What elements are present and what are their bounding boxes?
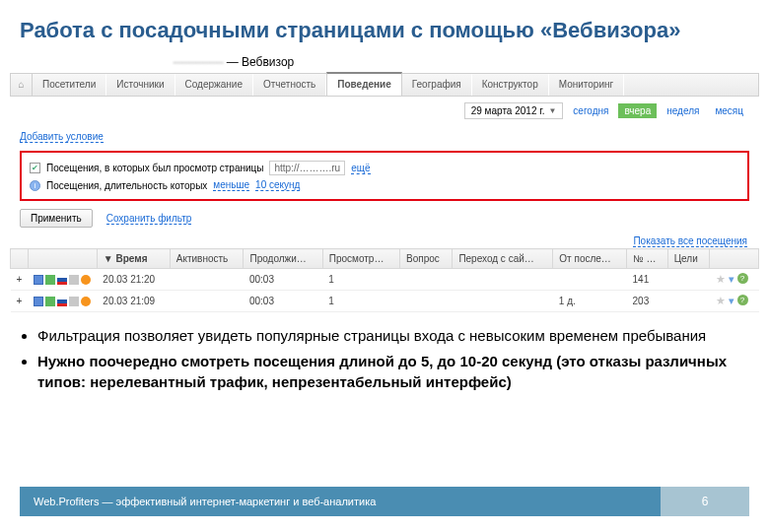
visitor-icons [34,275,91,285]
th-goals[interactable]: Цели [667,249,709,269]
checkbox-icon[interactable]: ✔ [30,163,40,173]
monitor-icon [45,297,55,306]
more-link[interactable]: ещё [351,163,370,174]
funnel-icon[interactable]: ▾ [729,295,734,307]
period-today[interactable]: сегодня [567,103,614,118]
bullet-2: Нужно поочередно смотреть посещения длин… [37,352,732,392]
visits-table: ▼ Время Активность Продолжи… Просмотр… В… [10,248,759,312]
url-input[interactable]: http://……….ru [269,161,345,175]
home-icon[interactable]: ⌂ [11,74,33,96]
op-link[interactable]: меньше [213,179,249,191]
filter-text-1: Посещения, в которых был просмотр страни… [46,163,263,173]
period-week[interactable]: неделя [661,103,705,118]
tab-constructor[interactable]: Конструктор [472,74,549,96]
th-icons[interactable] [28,249,97,269]
funnel-icon[interactable]: ▾ [729,273,734,286]
th-activity[interactable]: Активность [170,249,244,269]
date-picker[interactable]: 29 марта 2012 г. ▼ [464,102,564,119]
th-num[interactable]: № … [627,249,668,269]
tab-geo[interactable]: География [402,74,472,96]
browser2-icon [81,275,91,285]
site-url-blur: ······················ [173,55,223,69]
window-title: ······················ — Вебвизор [10,51,759,73]
th-time[interactable]: ▼ Время [97,249,170,269]
flag-icon [57,297,67,306]
expand-icon[interactable]: + [11,269,29,291]
page-number: 6 [661,487,749,516]
filter-text-2: Посещения, длительность которых [46,180,207,191]
star-icon[interactable]: ★ [716,295,726,307]
slide-title: Работа с посадочными страницами с помощь… [0,0,769,51]
footer: Web.Profiters — эффективный интернет-мар… [20,487,749,516]
filter-box: ✔ Посещения, в которых был просмотр стра… [20,151,749,201]
os-icon [69,297,79,306]
th-views[interactable]: Просмотр… [322,249,399,269]
add-condition-link[interactable]: Добавить условие [20,131,104,143]
date-row: 29 марта 2012 г. ▼ сегодня вчера неделя … [10,97,759,125]
bullet-list: Фильтрация позволяет увидеть популярные … [0,312,769,412]
browser-icon [34,297,43,306]
table-row[interactable]: + 20.03 21:09 00:03 1 1 д. 203 ★ [11,291,759,312]
th-question[interactable]: Вопрос [400,249,453,269]
help-icon[interactable]: ? [737,273,748,284]
tab-sources[interactable]: Источники [106,74,175,96]
footer-text: Web.Profiters — эффективный интернет-мар… [20,487,661,516]
tabs-bar: ⌂ Посетители Источники Содержание Отчетн… [10,73,759,97]
th-actions [710,249,759,269]
period-month[interactable]: месяц [709,103,749,118]
th-since[interactable]: От после… [553,249,627,269]
expand-icon[interactable]: + [11,291,29,312]
browser-icon [34,275,43,285]
info-icon: i [30,180,40,191]
chevron-down-icon: ▼ [548,106,556,115]
th-expand[interactable] [11,249,29,269]
browser2-icon [81,297,91,306]
tab-reports[interactable]: Отчетность [253,74,326,96]
show-all-link[interactable]: Показать все посещения [633,235,747,247]
app-screenshot: ······················ — Вебвизор ⌂ Посе… [0,51,769,312]
controls-row: Применить Сохранить фильтр [10,203,759,233]
th-duration[interactable]: Продолжи… [244,249,322,269]
show-all-row: Показать все посещения [10,233,759,248]
tab-visitors[interactable]: Посетители [33,74,106,96]
visitor-icons [34,297,91,306]
tab-behavior[interactable]: Поведение [326,72,402,96]
monitor-icon [45,275,55,285]
period-yesterday[interactable]: вчера [618,103,657,118]
bullet-1: Фильтрация позволяет увидеть популярные … [37,326,732,346]
table-row[interactable]: + 20.03 21:20 00:03 1 141 ★ [11,269,759,291]
flag-icon [57,275,67,285]
star-icon[interactable]: ★ [716,273,726,286]
save-filter-link[interactable]: Сохранить фильтр [106,213,192,225]
th-referrer[interactable]: Переход с сай… [453,249,553,269]
help-icon[interactable]: ? [737,295,748,305]
tab-monitoring[interactable]: Мониторинг [549,74,624,96]
apply-button[interactable]: Применить [20,209,93,228]
os-icon [69,275,79,285]
tab-content[interactable]: Содержание [175,74,253,96]
val-link[interactable]: 10 секунд [255,179,300,191]
